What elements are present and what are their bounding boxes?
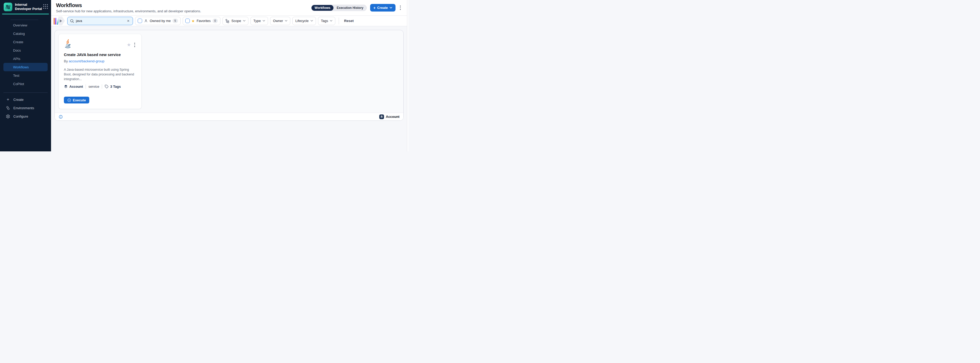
type-dropdown[interactable]: Type — [250, 17, 268, 25]
owned-by-me-checkbox[interactable] — [138, 19, 142, 23]
sidebar-item-apis[interactable]: APIs — [3, 54, 48, 63]
sidebar: Internal Developer Portal Overview Catal… — [0, 0, 51, 151]
search-icon — [70, 19, 74, 23]
owner-dropdown[interactable]: Owner — [270, 17, 290, 25]
sidebar-item-create[interactable]: Create — [3, 38, 48, 46]
lifecycle-dropdown[interactable]: Lifecycle — [293, 17, 316, 25]
clear-search-icon[interactable]: ✕ — [126, 19, 130, 23]
java-logo-icon — [64, 39, 136, 51]
favorite-star-icon[interactable]: ★ — [127, 43, 131, 47]
owned-by-me-label: Owned by me — [150, 19, 171, 23]
page-header: Workflows Self-service hub for new appli… — [51, 0, 408, 16]
app-title: Internal Developer Portal — [15, 3, 42, 11]
chevron-down-icon — [310, 20, 313, 22]
tag-icon — [105, 84, 109, 89]
expand-arrow-icon — [58, 16, 65, 25]
owned-by-me-count: 5 — [172, 19, 178, 23]
main-area: ★ Create JAVA based new service By accou… — [51, 27, 408, 151]
page-title: Workflows — [56, 2, 201, 8]
sidebar-footer-configure[interactable]: Configure — [0, 112, 51, 121]
favorites-label: Favorites — [197, 19, 210, 23]
sidebar-footer-divider — [3, 92, 48, 93]
sidebar-footer-configure-label: Configure — [13, 115, 28, 118]
play-circle-icon — [67, 98, 71, 102]
chevron-down-icon — [390, 7, 392, 9]
create-button-label: Create — [377, 6, 388, 10]
tags-meta-label: 3 Tags — [110, 84, 121, 89]
favorites-count: 0 — [213, 19, 218, 23]
owner-group-link[interactable]: account/backend-group — [69, 59, 105, 63]
scope-context-badge[interactable]: Account — [379, 115, 399, 119]
brand-accent-bar — [2, 14, 49, 14]
content-area: Workflows Self-service hub for new appli… — [51, 0, 408, 151]
by-prefix: By — [64, 59, 68, 63]
workflow-title: Create JAVA based new service — [64, 53, 136, 57]
sidebar-footer-create-label: Create — [13, 98, 24, 102]
sidebar-item-copilot[interactable]: CoPilot — [3, 80, 48, 88]
scope-meta-label: Account — [69, 84, 83, 89]
internal-developer-portal: Internal Developer Portal Overview Catal… — [0, 0, 408, 151]
chevron-down-icon — [243, 20, 245, 22]
sidebar-footer-create[interactable]: + Create — [0, 96, 51, 104]
scope-context-label: Account — [386, 115, 399, 119]
meta-divider — [86, 84, 86, 89]
sidebar-footer-environments[interactable]: Environments — [0, 104, 51, 112]
layers-icon — [64, 84, 68, 89]
scope-meta: Account — [64, 84, 83, 89]
lifecycle-label: Lifecycle — [295, 19, 309, 23]
tags-label: Tags — [321, 19, 328, 23]
tab-execution-history[interactable]: Execution History — [334, 5, 366, 11]
person-icon — [144, 19, 148, 23]
workflow-description: A Java-based microservice built using Sp… — [64, 67, 135, 81]
sidebar-nav: Overview Catalog Create Docs APIs Workfl… — [0, 20, 51, 88]
owned-by-me-filter[interactable]: Owned by me 5 — [135, 17, 181, 25]
star-icon: ★ — [192, 19, 195, 23]
favorites-filter[interactable]: ★ Favorites 0 — [183, 17, 220, 25]
sidebar-item-docs[interactable]: Docs — [3, 46, 48, 54]
type-meta-label: service — [89, 84, 99, 89]
card-kebab-menu-icon[interactable] — [133, 41, 136, 48]
sidebar-item-workflows[interactable]: Workflows — [3, 63, 48, 71]
type-label: Type — [253, 19, 261, 23]
favorites-checkbox[interactable] — [185, 19, 190, 23]
apps-grid-icon[interactable] — [43, 4, 48, 9]
create-button[interactable]: + Create — [370, 4, 395, 11]
execute-button-label: Execute — [73, 98, 86, 102]
chevron-down-icon — [262, 20, 265, 22]
workflows-panel: ★ Create JAVA based new service By accou… — [54, 30, 404, 121]
library-bars-icon — [54, 17, 58, 25]
scope-label: Scope — [231, 19, 241, 23]
app-logo-icon — [4, 3, 12, 11]
header-kebab-menu-icon[interactable] — [399, 5, 402, 11]
tags-meta[interactable]: 3 Tags — [105, 84, 121, 89]
workflow-meta: Account service — [64, 84, 121, 89]
sidebar-footer-environments-label: Environments — [13, 106, 34, 110]
sidebar-item-test[interactable]: Test — [3, 71, 48, 80]
execute-button[interactable]: Execute — [64, 97, 89, 103]
sidebar-item-overview[interactable]: Overview — [3, 21, 48, 29]
scrollbar[interactable] — [407, 0, 408, 151]
saved-filters-toggle[interactable] — [54, 16, 65, 25]
search-box: ✕ — [67, 17, 133, 25]
chevron-down-icon — [285, 20, 287, 22]
sidebar-item-catalog[interactable]: Catalog — [3, 29, 48, 38]
filter-divider — [339, 18, 339, 24]
info-icon[interactable] — [59, 115, 63, 119]
page-subtitle: Self-service hub for new applications, i… — [56, 9, 201, 13]
view-toggle: Workflows Execution History — [311, 5, 367, 11]
layers-icon — [379, 115, 384, 119]
workflow-card[interactable]: ★ Create JAVA based new service By accou… — [58, 34, 142, 109]
tags-dropdown[interactable]: Tags — [318, 17, 335, 25]
workflow-card-grid: ★ Create JAVA based new service By accou… — [55, 30, 403, 113]
reset-filters-button[interactable]: Reset — [342, 18, 355, 24]
filter-bar: ✕ Owned by me 5 ★ Favorites 0 — [51, 16, 408, 26]
chevron-down-icon — [330, 20, 332, 22]
tab-workflows[interactable]: Workflows — [312, 5, 334, 11]
plus-icon: + — [6, 97, 10, 102]
sidebar-header: Internal Developer Portal — [0, 0, 51, 11]
gear-icon — [6, 114, 10, 119]
hexagons-icon — [6, 106, 10, 110]
scope-dropdown[interactable]: Scope — [223, 17, 248, 25]
search-input[interactable] — [76, 19, 124, 23]
tree-icon — [225, 19, 229, 23]
